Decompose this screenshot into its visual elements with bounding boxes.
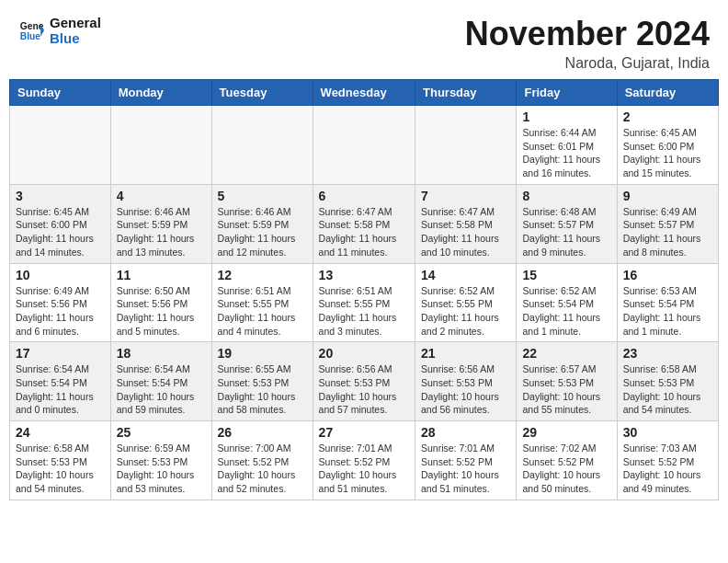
day-info: Sunrise: 6:45 AM Sunset: 6:00 PM Dayligh… bbox=[16, 205, 105, 259]
cal-cell-19: 19Sunrise: 6:55 AM Sunset: 5:53 PM Dayli… bbox=[211, 342, 313, 421]
cal-cell-5: 5Sunrise: 6:46 AM Sunset: 5:59 PM Daylig… bbox=[211, 184, 313, 263]
day-number: 26 bbox=[218, 425, 307, 440]
logo-general: General bbox=[50, 15, 101, 30]
day-info: Sunrise: 6:45 AM Sunset: 6:00 PM Dayligh… bbox=[623, 126, 712, 180]
cal-cell-23: 23Sunrise: 6:58 AM Sunset: 5:53 PM Dayli… bbox=[617, 342, 718, 421]
day-number: 22 bbox=[522, 346, 610, 361]
day-info: Sunrise: 6:57 AM Sunset: 5:53 PM Dayligh… bbox=[522, 362, 610, 417]
logo: General Blue General Blue bbox=[18, 15, 101, 46]
day-number: 20 bbox=[319, 346, 409, 361]
day-info: Sunrise: 6:50 AM Sunset: 5:56 PM Dayligh… bbox=[117, 284, 206, 339]
cal-cell-28: 28Sunrise: 7:01 AM Sunset: 5:52 PM Dayli… bbox=[415, 421, 517, 500]
cal-cell-18: 18Sunrise: 6:54 AM Sunset: 5:54 PM Dayli… bbox=[110, 342, 211, 421]
cal-cell-2: 2Sunrise: 6:45 AM Sunset: 6:00 PM Daylig… bbox=[617, 106, 718, 185]
day-number: 11 bbox=[117, 268, 206, 282]
day-header-wednesday: Wednesday bbox=[313, 80, 415, 106]
day-header-saturday: Saturday bbox=[617, 80, 718, 106]
day-number: 14 bbox=[421, 268, 510, 282]
day-number: 3 bbox=[16, 189, 105, 203]
day-header-sunday: Sunday bbox=[10, 80, 111, 106]
day-number: 18 bbox=[117, 346, 206, 361]
day-number: 4 bbox=[117, 189, 206, 203]
title-section: November 2024 Naroda, Gujarat, India bbox=[465, 15, 710, 72]
day-info: Sunrise: 6:49 AM Sunset: 5:56 PM Dayligh… bbox=[16, 284, 105, 339]
svg-text:General: General bbox=[20, 21, 44, 31]
day-number: 23 bbox=[623, 346, 712, 361]
day-info: Sunrise: 6:49 AM Sunset: 5:57 PM Dayligh… bbox=[623, 205, 712, 259]
day-header-tuesday: Tuesday bbox=[211, 80, 313, 106]
cal-cell-25: 25Sunrise: 6:59 AM Sunset: 5:53 PM Dayli… bbox=[110, 421, 211, 500]
day-info: Sunrise: 7:03 AM Sunset: 5:52 PM Dayligh… bbox=[623, 442, 712, 496]
day-header-thursday: Thursday bbox=[415, 80, 517, 106]
cal-cell-13: 13Sunrise: 6:51 AM Sunset: 5:55 PM Dayli… bbox=[313, 263, 415, 342]
location: Naroda, Gujarat, India bbox=[465, 55, 710, 72]
day-info: Sunrise: 7:00 AM Sunset: 5:52 PM Dayligh… bbox=[218, 442, 307, 496]
day-number: 5 bbox=[218, 189, 307, 203]
day-info: Sunrise: 6:55 AM Sunset: 5:53 PM Dayligh… bbox=[218, 362, 307, 417]
day-info: Sunrise: 6:47 AM Sunset: 5:58 PM Dayligh… bbox=[421, 205, 510, 259]
cal-cell-empty-3 bbox=[313, 106, 415, 185]
day-number: 9 bbox=[623, 189, 712, 203]
cal-cell-3: 3Sunrise: 6:45 AM Sunset: 6:00 PM Daylig… bbox=[10, 184, 111, 263]
day-info: Sunrise: 6:58 AM Sunset: 5:53 PM Dayligh… bbox=[16, 442, 105, 496]
day-number: 21 bbox=[421, 346, 510, 361]
day-info: Sunrise: 6:58 AM Sunset: 5:53 PM Dayligh… bbox=[623, 362, 712, 417]
day-info: Sunrise: 7:01 AM Sunset: 5:52 PM Dayligh… bbox=[319, 442, 409, 496]
cal-cell-10: 10Sunrise: 6:49 AM Sunset: 5:56 PM Dayli… bbox=[10, 263, 111, 342]
calendar-header-row: SundayMondayTuesdayWednesdayThursdayFrid… bbox=[10, 80, 719, 106]
day-info: Sunrise: 6:52 AM Sunset: 5:54 PM Dayligh… bbox=[522, 284, 610, 339]
day-info: Sunrise: 6:46 AM Sunset: 5:59 PM Dayligh… bbox=[218, 205, 307, 259]
day-header-friday: Friday bbox=[517, 80, 617, 106]
day-info: Sunrise: 6:51 AM Sunset: 5:55 PM Dayligh… bbox=[218, 284, 307, 339]
day-info: Sunrise: 6:47 AM Sunset: 5:58 PM Dayligh… bbox=[319, 205, 409, 259]
cal-cell-6: 6Sunrise: 6:47 AM Sunset: 5:58 PM Daylig… bbox=[313, 184, 415, 263]
logo-blue: Blue bbox=[50, 30, 101, 46]
day-info: Sunrise: 7:01 AM Sunset: 5:52 PM Dayligh… bbox=[421, 442, 510, 496]
day-number: 10 bbox=[16, 268, 105, 282]
cal-cell-27: 27Sunrise: 7:01 AM Sunset: 5:52 PM Dayli… bbox=[313, 421, 415, 500]
cal-cell-21: 21Sunrise: 6:56 AM Sunset: 5:53 PM Dayli… bbox=[415, 342, 517, 421]
cal-cell-1: 1Sunrise: 6:44 AM Sunset: 6:01 PM Daylig… bbox=[517, 106, 617, 185]
day-number: 29 bbox=[522, 425, 610, 440]
cal-cell-4: 4Sunrise: 6:46 AM Sunset: 5:59 PM Daylig… bbox=[110, 184, 211, 263]
cal-cell-7: 7Sunrise: 6:47 AM Sunset: 5:58 PM Daylig… bbox=[415, 184, 517, 263]
day-number: 19 bbox=[218, 346, 307, 361]
day-header-monday: Monday bbox=[110, 80, 211, 106]
calendar-table: SundayMondayTuesdayWednesdayThursdayFrid… bbox=[9, 79, 719, 500]
cal-cell-11: 11Sunrise: 6:50 AM Sunset: 5:56 PM Dayli… bbox=[110, 263, 211, 342]
day-number: 12 bbox=[218, 268, 307, 282]
cal-cell-24: 24Sunrise: 6:58 AM Sunset: 5:53 PM Dayli… bbox=[10, 421, 111, 500]
day-number: 25 bbox=[117, 425, 206, 440]
day-info: Sunrise: 7:02 AM Sunset: 5:52 PM Dayligh… bbox=[522, 442, 610, 496]
day-number: 27 bbox=[319, 425, 409, 440]
week-row-3: 10Sunrise: 6:49 AM Sunset: 5:56 PM Dayli… bbox=[10, 263, 719, 342]
cal-cell-17: 17Sunrise: 6:54 AM Sunset: 5:54 PM Dayli… bbox=[10, 342, 111, 421]
cal-cell-8: 8Sunrise: 6:48 AM Sunset: 5:57 PM Daylig… bbox=[517, 184, 617, 263]
day-number: 6 bbox=[319, 189, 409, 203]
day-info: Sunrise: 6:48 AM Sunset: 5:57 PM Dayligh… bbox=[522, 205, 610, 259]
day-number: 2 bbox=[623, 109, 712, 124]
day-info: Sunrise: 6:44 AM Sunset: 6:01 PM Dayligh… bbox=[522, 126, 610, 180]
svg-text:Blue: Blue bbox=[20, 31, 41, 41]
cal-cell-16: 16Sunrise: 6:53 AM Sunset: 5:54 PM Dayli… bbox=[617, 263, 718, 342]
cal-cell-9: 9Sunrise: 6:49 AM Sunset: 5:57 PM Daylig… bbox=[617, 184, 718, 263]
cal-cell-15: 15Sunrise: 6:52 AM Sunset: 5:54 PM Dayli… bbox=[517, 263, 617, 342]
month-title: November 2024 bbox=[465, 15, 710, 53]
cal-cell-empty-0 bbox=[10, 106, 111, 185]
day-info: Sunrise: 6:54 AM Sunset: 5:54 PM Dayligh… bbox=[16, 362, 105, 417]
cal-cell-14: 14Sunrise: 6:52 AM Sunset: 5:55 PM Dayli… bbox=[415, 263, 517, 342]
day-number: 13 bbox=[319, 268, 409, 282]
day-number: 15 bbox=[522, 268, 610, 282]
week-row-4: 17Sunrise: 6:54 AM Sunset: 5:54 PM Dayli… bbox=[10, 342, 719, 421]
day-number: 24 bbox=[16, 425, 105, 440]
day-info: Sunrise: 6:56 AM Sunset: 5:53 PM Dayligh… bbox=[421, 362, 510, 417]
day-info: Sunrise: 6:54 AM Sunset: 5:54 PM Dayligh… bbox=[117, 362, 206, 417]
week-row-2: 3Sunrise: 6:45 AM Sunset: 6:00 PM Daylig… bbox=[10, 184, 719, 263]
cal-cell-29: 29Sunrise: 7:02 AM Sunset: 5:52 PM Dayli… bbox=[517, 421, 617, 500]
cal-cell-20: 20Sunrise: 6:56 AM Sunset: 5:53 PM Dayli… bbox=[313, 342, 415, 421]
day-info: Sunrise: 6:52 AM Sunset: 5:55 PM Dayligh… bbox=[421, 284, 510, 339]
week-row-1: 1Sunrise: 6:44 AM Sunset: 6:01 PM Daylig… bbox=[10, 106, 719, 185]
cal-cell-26: 26Sunrise: 7:00 AM Sunset: 5:52 PM Dayli… bbox=[211, 421, 313, 500]
day-number: 30 bbox=[623, 425, 712, 440]
cal-cell-empty-1 bbox=[110, 106, 211, 185]
